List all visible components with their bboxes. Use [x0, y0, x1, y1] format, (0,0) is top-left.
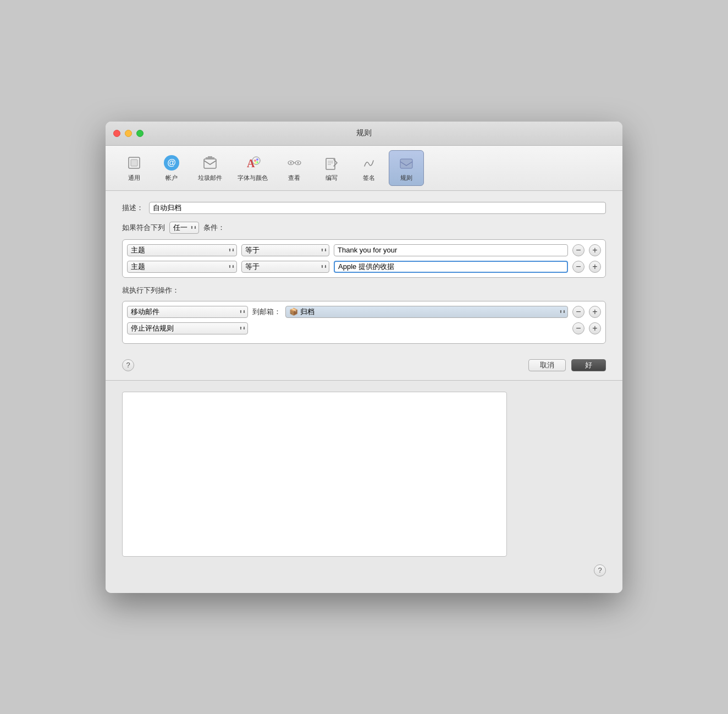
condition1-add-button[interactable]: +: [589, 244, 601, 256]
action1-type-select[interactable]: 移动邮件 复制邮件 删除邮件: [127, 306, 248, 318]
condition2-value-input[interactable]: [334, 261, 568, 273]
condition1-field-wrapper: 主题 发件人 收件人: [127, 244, 237, 256]
action2-type-wrapper: 停止评估规则 移动邮件: [127, 322, 248, 334]
condition-row-1: 主题 发件人 收件人 等于 包含 不包含 − +: [127, 244, 601, 256]
lower-footer: ?: [122, 564, 606, 576]
actions-box: 移动邮件 复制邮件 删除邮件 到邮箱： 📦 归档 📥 收件箱 📤 已发送: [122, 301, 606, 344]
traffic-lights: [113, 130, 144, 137]
description-input[interactable]: [149, 202, 606, 214]
close-button[interactable]: [113, 130, 120, 137]
dialog-help-button[interactable]: ?: [122, 359, 134, 371]
tab-rules[interactable]: 规则: [389, 150, 424, 186]
composing-icon: [323, 154, 340, 172]
condition-row-2: 主题 发件人 收件人 等于 包含 不包含 − +: [127, 261, 601, 273]
signatures-label: 签名: [363, 174, 375, 182]
description-label: 描述：: [122, 203, 144, 213]
action-row-2: 停止评估规则 移动邮件 − +: [127, 322, 601, 334]
description-row: 描述：: [122, 202, 606, 214]
signatures-icon: [360, 154, 378, 172]
svg-point-12: [290, 162, 292, 163]
tab-general[interactable]: 通用: [117, 151, 152, 185]
condition-match-wrapper: 任一 全部: [169, 222, 199, 234]
action2-add-button[interactable]: +: [589, 322, 601, 334]
main-window: 规则 通用 @ 帐户 垃圾邮件 A: [106, 122, 622, 593]
svg-point-8: [256, 158, 258, 161]
action-row-1: 移动邮件 复制邮件 删除邮件 到邮箱： 📦 归档 📥 收件箱 📤 已发送: [127, 306, 601, 318]
window-title: 规则: [356, 128, 372, 138]
action1-mailbox-wrapper: 📦 归档 📥 收件箱 📤 已发送: [285, 306, 568, 318]
condition2-add-button[interactable]: +: [589, 261, 601, 273]
footer-buttons: 取消 好: [528, 359, 606, 371]
condition-match-select[interactable]: 任一 全部: [169, 222, 199, 234]
tab-signatures[interactable]: 签名: [351, 151, 387, 185]
condition1-remove-button[interactable]: −: [572, 244, 584, 256]
action1-mailbox-select[interactable]: 📦 归档 📥 收件箱 📤 已发送: [285, 306, 568, 318]
composing-label: 编写: [326, 174, 338, 182]
condition2-field-wrapper: 主题 发件人 收件人: [127, 261, 237, 273]
svg-point-7: [254, 160, 256, 162]
action1-add-button[interactable]: +: [589, 306, 601, 318]
actions-label: 就执行下列操作：: [122, 285, 606, 295]
svg-point-10: [255, 162, 257, 164]
toolbar: 通用 @ 帐户 垃圾邮件 A: [106, 146, 622, 191]
svg-rect-1: [131, 160, 137, 166]
condition-header: 如果符合下列 任一 全部 条件：: [122, 222, 606, 234]
conditions-box: 主题 发件人 收件人 等于 包含 不包含 − +: [122, 239, 606, 278]
view-icon: [285, 154, 303, 172]
tab-fonts[interactable]: A 字体与颜色: [231, 151, 274, 185]
svg-rect-20: [400, 159, 412, 168]
condition2-operator-select[interactable]: 等于 包含 不包含: [241, 261, 329, 273]
general-icon: [125, 154, 143, 172]
tab-view[interactable]: 查看: [277, 151, 312, 185]
action1-dest-label: 到邮箱：: [252, 307, 281, 317]
maximize-button[interactable]: [136, 130, 144, 137]
title-bar: 规则: [106, 122, 622, 146]
fonts-label: 字体与颜色: [238, 174, 268, 182]
dialog-footer: ? 取消 好: [122, 351, 606, 371]
rules-icon: [398, 154, 415, 172]
condition2-operator-wrapper: 等于 包含 不包含: [241, 261, 329, 273]
junk-label: 垃圾邮件: [198, 174, 222, 182]
view-label: 查看: [288, 174, 300, 182]
condition1-value-input[interactable]: [334, 244, 568, 256]
condition1-operator-select[interactable]: 等于 包含 不包含: [241, 244, 329, 256]
tab-accounts[interactable]: @ 帐户: [154, 151, 189, 185]
action1-type-wrapper: 移动邮件 复制邮件 删除邮件: [127, 306, 248, 318]
svg-point-14: [297, 162, 299, 163]
condition2-remove-button[interactable]: −: [572, 261, 584, 273]
rules-label: 规则: [400, 174, 412, 182]
general-label: 通用: [128, 174, 140, 182]
tab-composing[interactable]: 编写: [314, 151, 349, 185]
svg-rect-16: [326, 158, 335, 169]
action1-remove-button[interactable]: −: [572, 306, 584, 318]
action2-remove-button[interactable]: −: [572, 322, 584, 334]
cancel-button[interactable]: 取消: [528, 359, 566, 371]
svg-rect-2: [204, 159, 216, 168]
condition1-field-select[interactable]: 主题 发件人 收件人: [127, 244, 237, 256]
condition1-operator-wrapper: 等于 包含 不包含: [241, 244, 329, 256]
accounts-label: 帐户: [166, 174, 178, 182]
lower-pane: [122, 392, 507, 557]
lower-content: ?: [106, 380, 622, 593]
condition-suffix: 条件：: [203, 223, 225, 233]
action2-type-select[interactable]: 停止评估规则 移动邮件: [127, 322, 248, 334]
tab-junk[interactable]: 垃圾邮件: [191, 151, 229, 185]
junk-icon: [201, 154, 219, 172]
lower-help-button[interactable]: ?: [594, 564, 606, 576]
condition2-field-select[interactable]: 主题 发件人 收件人: [127, 261, 237, 273]
minimize-button[interactable]: [125, 130, 132, 137]
fonts-icon: A: [244, 154, 262, 172]
ok-button[interactable]: 好: [571, 359, 606, 371]
accounts-icon: @: [163, 154, 180, 172]
condition-prefix: 如果符合下列: [122, 223, 165, 233]
action1-mailbox-sel-wrap: 📦 归档 📥 收件箱 📤 已发送: [285, 306, 568, 318]
dialog-content: 描述： 如果符合下列 任一 全部 条件： 主题 发件人: [106, 191, 622, 380]
